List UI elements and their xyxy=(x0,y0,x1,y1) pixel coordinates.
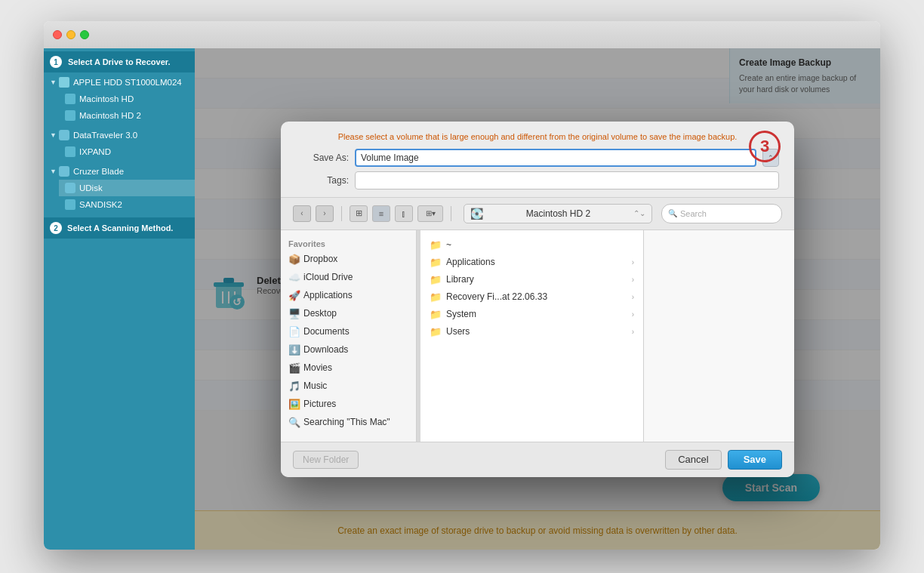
fav-item-desktop[interactable]: 🖥️ Desktop xyxy=(281,304,416,322)
drive-item-cruzer[interactable]: ▼ Cruzer Blade xyxy=(44,163,195,180)
toolbar-separator-2 xyxy=(451,206,451,221)
fav-label-downloads: Downloads xyxy=(303,344,348,355)
fav-label-documents: Documents xyxy=(303,326,350,337)
expand-arrow-cz: ▼ xyxy=(50,168,57,175)
fav-label-searching: Searching "This Mac" xyxy=(303,417,390,427)
tags-row: Tags: xyxy=(296,171,779,189)
tags-label: Tags: xyxy=(296,175,349,186)
file-label-tilde: ~ xyxy=(446,239,451,250)
traffic-lights xyxy=(53,30,89,39)
drive-item-apple-hdd[interactable]: ▼ APPLE HDD ST1000LM024 xyxy=(44,74,195,91)
dialog-warning: Please select a volume that is large eno… xyxy=(296,132,779,141)
file-item-applications[interactable]: 📁 Applications › xyxy=(425,254,639,271)
partition-icon-ud xyxy=(65,183,75,193)
favorites-label: Favorites xyxy=(281,236,416,250)
fav-item-pictures[interactable]: 🖼️ Pictures xyxy=(281,395,416,413)
save-as-input[interactable] xyxy=(355,149,756,167)
file-item-users[interactable]: 📁 Users › xyxy=(425,323,639,340)
partition-label-hd: Macintosh HD xyxy=(79,94,134,103)
file-label-library: Library xyxy=(446,274,474,285)
maximize-button[interactable] xyxy=(80,30,89,39)
location-text: Macintosh HD 2 xyxy=(526,208,590,219)
partition-macintosh-hd2[interactable]: Macintosh HD 2 xyxy=(59,107,195,124)
dialog-top: Please select a volume that is large eno… xyxy=(281,122,794,198)
location-disk-icon: 💽 xyxy=(470,208,483,220)
music-icon: 🎵 xyxy=(288,380,299,391)
flow-view-button[interactable]: ⊞▾ xyxy=(417,205,443,222)
fav-item-movies[interactable]: 🎬 Movies xyxy=(281,359,416,377)
file-item-system[interactable]: 📁 System › xyxy=(425,306,639,323)
searching-icon: 🔍 xyxy=(288,417,299,427)
usb-icon-dt xyxy=(59,130,69,140)
drive-children-datatraveler: IXPAND xyxy=(44,143,195,160)
sidebar: 1 Select A Drive to Recover. ▼ APPLE HDD… xyxy=(44,48,195,550)
partition-label-sandisk2: SANDISK2 xyxy=(79,200,122,209)
back-button[interactable]: ‹ xyxy=(293,205,311,222)
partition-ixpand[interactable]: IXPAND xyxy=(59,143,195,160)
step2-label: Select A Scanning Method. xyxy=(67,223,173,233)
drive-label-datatraveler: DataTraveler 3.0 xyxy=(73,131,137,140)
expand-arrow-dt: ▼ xyxy=(50,131,57,139)
cancel-button[interactable]: Cancel xyxy=(665,450,721,470)
column-view-button[interactable]: ⫿ xyxy=(395,205,413,222)
fav-label-applications: Applications xyxy=(303,290,353,300)
new-folder-button[interactable]: New Folder xyxy=(293,451,359,469)
partition-sandisk2[interactable]: SANDISK2 xyxy=(59,196,195,213)
location-dropdown[interactable]: 💽 Macintosh HD 2 ⌃⌄ xyxy=(464,204,652,223)
fav-item-music[interactable]: 🎵 Music xyxy=(281,377,416,395)
drive-item-datatraveler[interactable]: ▼ DataTraveler 3.0 xyxy=(44,127,195,143)
save-dialog: Please select a volume that is large eno… xyxy=(281,122,794,477)
file-item-tilde-left: 📁 ~ xyxy=(430,239,451,251)
usb-icon-cz xyxy=(59,166,69,177)
icloud-icon: ☁️ xyxy=(288,272,299,282)
partition-udisk[interactable]: UDisk xyxy=(59,180,195,196)
fav-item-applications[interactable]: 🚀 Applications xyxy=(281,286,416,304)
partition-icon xyxy=(65,94,75,104)
forward-button[interactable]: › xyxy=(316,205,334,222)
save-button[interactable]: Save xyxy=(728,450,782,470)
files-panel: 📁 ~ 📁 Applications › xyxy=(420,230,643,442)
file-label-applications: Applications xyxy=(446,257,495,267)
file-item-rec-left: 📁 Recovery Fi...at 22.06.33 xyxy=(430,291,547,303)
toolbar-separator-1 xyxy=(341,206,342,221)
step1-number: 1 xyxy=(50,56,62,68)
fav-item-downloads[interactable]: ⬇️ Downloads xyxy=(281,340,416,359)
search-bar[interactable]: 🔍 Search xyxy=(661,204,782,223)
search-placeholder: Search xyxy=(680,209,707,218)
step1-label: Select A Drive to Recover. xyxy=(68,57,171,66)
list-view-button[interactable]: ≡ xyxy=(372,205,390,222)
tags-input[interactable] xyxy=(355,171,779,189)
drive-label-apple: APPLE HDD ST1000LM024 xyxy=(73,78,182,87)
search-icon: 🔍 xyxy=(668,209,677,217)
fav-item-documents[interactable]: 📄 Documents xyxy=(281,322,416,340)
save-as-label: Save As: xyxy=(296,152,349,163)
close-button[interactable] xyxy=(53,30,62,39)
fav-label-dropbox: Dropbox xyxy=(303,254,337,264)
folder-icon-rec: 📁 xyxy=(430,291,442,303)
fav-item-searching[interactable]: 🔍 Searching "This Mac" xyxy=(281,413,416,431)
hdd-icon xyxy=(59,77,69,88)
file-item-apps-left: 📁 Applications xyxy=(430,257,495,268)
app-window: 1 Select A Drive to Recover. ▼ APPLE HDD… xyxy=(44,21,880,550)
title-bar xyxy=(44,21,880,48)
minimize-button[interactable] xyxy=(66,30,75,39)
drive-group-apple: ▼ APPLE HDD ST1000LM024 Macintosh HD Mac… xyxy=(44,72,195,125)
applications-icon: 🚀 xyxy=(288,290,299,300)
file-chevron-apps: › xyxy=(632,258,634,266)
fav-item-icloud[interactable]: ☁️ iCloud Drive xyxy=(281,268,416,286)
fav-label-desktop: Desktop xyxy=(303,308,337,319)
downloads-icon: ⬇️ xyxy=(288,344,299,355)
drive-group-cruzer: ▼ Cruzer Blade UDisk SANDISK2 xyxy=(44,162,195,214)
fav-label-music: Music xyxy=(303,380,327,391)
file-item-recovery[interactable]: 📁 Recovery Fi...at 22.06.33 › xyxy=(425,288,639,306)
fav-item-dropbox[interactable]: 📦 Dropbox xyxy=(281,250,416,268)
file-item-tilde[interactable]: 📁 ~ xyxy=(425,236,639,254)
icon-view-button[interactable]: ⊞ xyxy=(350,205,368,222)
file-item-library[interactable]: 📁 Library › xyxy=(425,271,639,288)
folder-icon-sys: 📁 xyxy=(430,309,442,320)
location-chevron-icon: ⌃⌄ xyxy=(633,209,645,217)
dropbox-icon: 📦 xyxy=(288,254,299,264)
file-item-users-left: 📁 Users xyxy=(430,326,470,337)
partition-icon-ix xyxy=(65,146,75,157)
partition-macintosh-hd[interactable]: Macintosh HD xyxy=(59,91,195,107)
